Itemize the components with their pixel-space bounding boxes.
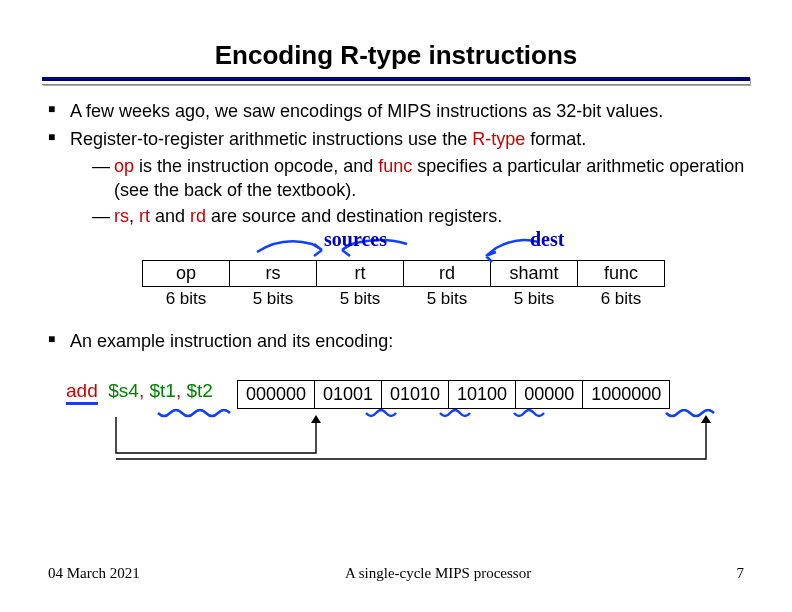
example-row: add $s4, $t1, $t2 000000 01001 01010 101… xyxy=(66,380,750,409)
enc-cell: 00000 xyxy=(516,380,583,408)
field-bits: 5 bits xyxy=(317,287,404,312)
svg-marker-0 xyxy=(311,415,321,423)
s2-post: are source and destination registers. xyxy=(206,206,502,226)
s2-rt: rt xyxy=(139,206,150,226)
s2-rd: rd xyxy=(190,206,206,226)
svg-marker-1 xyxy=(701,415,711,423)
enc-cell: 01010 xyxy=(382,380,449,408)
bullet-3: An example instruction and its encoding: xyxy=(48,329,750,353)
sub-2: rs, rt and rd are source and destination… xyxy=(92,204,750,228)
encoding-table: 000000 01001 01010 10100 00000 1000000 xyxy=(237,380,670,409)
s1-op: op xyxy=(114,156,134,176)
enc-cell: 01001 xyxy=(314,380,381,408)
sub-1: op is the instruction opcode, and func s… xyxy=(92,154,750,203)
field-bits: 6 bits xyxy=(143,287,230,312)
fields-bits-row: 6 bits 5 bits 5 bits 5 bits 5 bits 6 bit… xyxy=(143,287,665,312)
bullet-1: A few weeks ago, we saw encodings of MIP… xyxy=(48,99,750,123)
s1-func: func xyxy=(378,156,412,176)
footer: 04 March 2021 A single-cycle MIPS proces… xyxy=(0,565,792,582)
field-bits: 5 bits xyxy=(404,287,491,312)
arg-s4: $s4 xyxy=(108,380,139,401)
arg-t2: $t2 xyxy=(186,380,212,401)
footer-center: A single-cycle MIPS processor xyxy=(345,565,531,582)
b2-pre: Register-to-register arithmetic instruct… xyxy=(70,129,472,149)
annot-sources: sources xyxy=(252,230,452,269)
example-arrows xyxy=(66,409,750,469)
b2-post: format. xyxy=(525,129,586,149)
bullet-list-2: An example instruction and its encoding: xyxy=(42,329,750,353)
field-name: op xyxy=(143,261,230,287)
mnemonic: add xyxy=(66,380,98,405)
field-bits: 5 bits xyxy=(230,287,317,312)
enc-cell: 000000 xyxy=(237,380,314,408)
s2-rs: rs xyxy=(114,206,129,226)
example-instruction: add $s4, $t1, $t2 xyxy=(66,380,213,402)
s1-mid: is the instruction opcode, and xyxy=(134,156,378,176)
field-bits: 6 bits xyxy=(578,287,665,312)
slide-title: Encoding R-type instructions xyxy=(42,40,750,71)
field-bits: 5 bits xyxy=(491,287,578,312)
footer-date: 04 March 2021 xyxy=(48,565,140,582)
arg-t1: $t1 xyxy=(149,380,175,401)
enc-cell: 1000000 xyxy=(583,380,670,408)
title-rule xyxy=(42,77,750,85)
annot-dest: dest xyxy=(478,230,598,269)
bullet-list: A few weeks ago, we saw encodings of MIP… xyxy=(42,99,750,228)
footer-page: 7 xyxy=(737,565,745,582)
b2-rtype: R-type xyxy=(472,129,525,149)
bullet-2: Register-to-register arithmetic instruct… xyxy=(48,127,750,228)
enc-cell: 10100 xyxy=(449,380,516,408)
